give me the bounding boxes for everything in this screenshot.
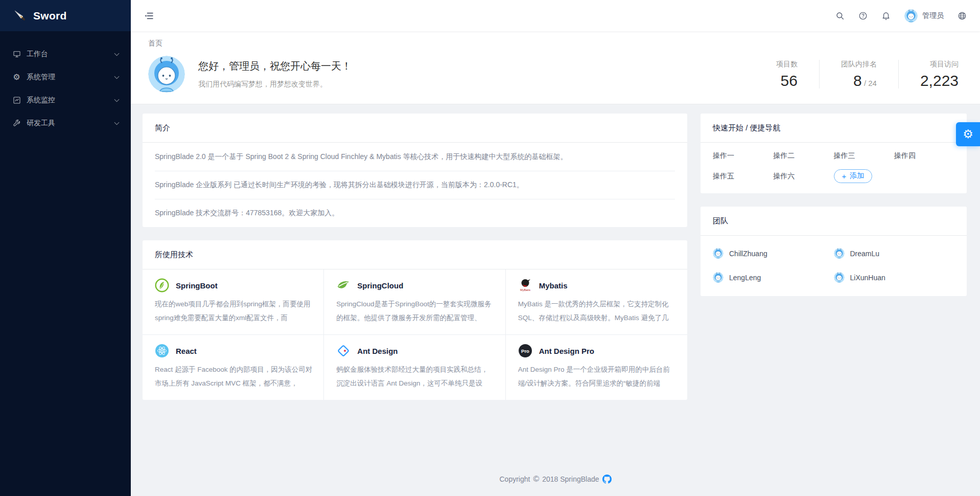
copyright-icon: © [533, 475, 539, 484]
quick-start-title: 快速开始 / 便捷导航 [701, 114, 967, 143]
springboot-icon [155, 278, 169, 292]
sidebar-menu: 工作台 ⚙ 系统管理 系统监控 研发工具 [0, 31, 131, 134]
tech-item-ant-design: Ant Design 蚂蚁金服体验技术部经过大量的项目实践和总结，沉淀出设计语言… [324, 335, 505, 400]
user-name: 管理员 [922, 11, 944, 20]
chevron-down-icon [114, 120, 120, 125]
stat-project-visits: 项目访问 2,223 [898, 60, 964, 88]
add-button[interactable]: + 添加 [834, 169, 873, 183]
sidebar-item-label: 研发工具 [27, 119, 55, 128]
team-members: ChillZhuang DreamLu LengLeng [701, 236, 967, 296]
team-member-lengleng[interactable]: LengLeng [713, 272, 834, 283]
stat-label: 项目访问 [920, 60, 959, 69]
welcome-texts: 您好，管理员，祝您开心每一天！ 我们用代码编写梦想，用梦想改变世界。 [198, 59, 352, 89]
tech-desc: 蚂蚁金服体验技术部经过大量的项目实践和总结，沉淀出设计语言 Ant Design… [336, 363, 494, 390]
language-icon[interactable] [958, 11, 967, 20]
tech-name: Ant Design [357, 347, 398, 355]
topbar: 管理员 [131, 0, 980, 31]
stat-value: 8 [853, 72, 862, 89]
tech-name: React [176, 347, 197, 355]
tech-item-mybatis: MyBatis Mybatis MyBatis 是一款优秀的持久层框架，它支持定… [506, 269, 687, 335]
quick-link-2[interactable]: 操作二 [773, 151, 833, 161]
github-icon[interactable] [602, 475, 612, 484]
tech-grid: SpringBoot 现在的web项目几乎都会用到spring框架，而要使用sp… [143, 269, 687, 400]
menu-fold-icon[interactable] [144, 11, 154, 21]
tech-desc: React 起源于 Facebook 的内部项目，因为该公司对市场上所有 Jav… [155, 363, 312, 390]
tech-card-title: 所使用技术 [143, 240, 687, 269]
right-column: 快速开始 / 便捷导航 操作一 操作二 操作三 操作四 操作五 操作六 + [701, 114, 967, 296]
member-avatar [834, 272, 845, 283]
footer-copyright-text: Copyright [499, 475, 530, 483]
page-content: 首页 您好，管理员，祝您开心每一天！ 我们用代码编写梦想，用梦想改变世界。 项目… [131, 31, 980, 496]
member-avatar [834, 248, 845, 259]
welcome-section: 首页 您好，管理员，祝您开心每一天！ 我们用代码编写梦想，用梦想改变世界。 项目… [131, 31, 980, 104]
add-button-label: 添加 [850, 171, 864, 181]
quick-start-card: 快速开始 / 便捷导航 操作一 操作二 操作三 操作四 操作五 操作六 + [701, 114, 967, 193]
quick-link-3[interactable]: 操作三 [834, 151, 894, 161]
quick-link-6[interactable]: 操作六 [773, 172, 833, 181]
chevron-down-icon [114, 74, 120, 79]
main-area: 管理员 首页 您好，管理员，祝您开心每一天！ 我们用代码编写梦想，用梦想改变世界… [131, 0, 980, 496]
gear-icon: ⚙ [963, 128, 973, 140]
chevron-down-icon [114, 97, 120, 102]
sidebar-item-system-admin[interactable]: ⚙ 系统管理 [0, 65, 131, 88]
help-icon[interactable] [858, 11, 868, 20]
member-avatar [713, 272, 724, 283]
chevron-down-icon [114, 51, 120, 56]
tech-card: 所使用技术 SpringBoot 现在的web项目几乎都会用到spring框架，… [143, 240, 687, 400]
team-member-lixunhuan[interactable]: LiXunHuan [834, 272, 955, 283]
tech-desc: Ant Design Pro 是一个企业级开箱即用的中后台前端/设计解决方案。符… [518, 363, 676, 390]
stat-team-rank: 团队内排名 8 / 24 [819, 60, 898, 88]
sword-logo-icon [13, 9, 27, 22]
sidebar-item-system-monitor[interactable]: 系统监控 [0, 88, 131, 111]
tech-name: SpringBoot [176, 281, 218, 290]
tech-desc: 现在的web项目几乎都会用到spring框架，而要使用spring难免需要配置大… [155, 297, 312, 325]
intro-card: 简介 SpringBlade 2.0 是一个基于 Spring Boot 2 &… [143, 114, 687, 227]
member-name: ChillZhuang [729, 250, 767, 258]
svg-text:Pro: Pro [521, 348, 529, 354]
search-icon[interactable] [835, 11, 845, 20]
app-title: Sword [33, 10, 67, 22]
stat-value: 2,223 [920, 72, 959, 89]
tech-desc: MyBatis 是一款优秀的持久层框架，它支持定制化 SQL、存储过程以及高级映… [518, 297, 676, 325]
quick-link-5[interactable]: 操作五 [713, 172, 773, 181]
footer: Copyright © 2018 SpringBlade [131, 466, 980, 496]
sidebar-item-workbench[interactable]: 工作台 [0, 42, 131, 65]
sidebar-item-dev-tools[interactable]: 研发工具 [0, 111, 131, 134]
quick-links: 操作一 操作二 操作三 操作四 操作五 操作六 + 添加 [713, 151, 954, 183]
mybatis-icon: MyBatis [518, 278, 532, 292]
sidebar-item-label: 系统监控 [27, 96, 55, 105]
stat-projects: 项目数 56 [755, 60, 819, 88]
ant-design-pro-icon: Pro [518, 344, 532, 358]
member-name: DreamLu [850, 250, 880, 258]
footer-brand: 2018 SpringBlade [542, 475, 599, 483]
svg-text:MyBatis: MyBatis [520, 288, 530, 291]
tech-name: Mybatis [539, 281, 568, 290]
sidebar-item-label: 工作台 [27, 50, 48, 59]
gear-icon: ⚙ [12, 73, 21, 81]
app-logo[interactable]: Sword [0, 0, 131, 31]
monitor-chart-icon [12, 96, 21, 104]
member-avatar [713, 248, 724, 259]
breadcrumb[interactable]: 首页 [148, 39, 162, 48]
team-card-title: 团队 [701, 207, 967, 236]
springcloud-icon [336, 278, 351, 292]
stats: 项目数 56 团队内排名 8 / 24 项目访问 2,223 [755, 60, 964, 88]
team-member-dreamlu[interactable]: DreamLu [834, 248, 955, 259]
plus-icon: + [842, 172, 847, 180]
team-card: 团队 ChillZhuang DreamLu [701, 207, 967, 296]
quick-link-1[interactable]: 操作一 [713, 151, 773, 161]
tech-item-ant-design-pro: Pro Ant Design Pro Ant Design Pro 是一个企业级… [506, 335, 687, 400]
intro-paragraph: SpringBlade 技术交流群号：477853168。欢迎大家加入。 [155, 199, 675, 227]
tech-item-react: React React 起源于 Facebook 的内部项目，因为该公司对市场上… [143, 335, 324, 400]
theme-settings-button[interactable]: ⚙ [956, 122, 980, 146]
user-menu[interactable]: 管理员 [904, 9, 944, 22]
welcome-subtitle: 我们用代码编写梦想，用梦想改变世界。 [198, 80, 352, 89]
quick-link-4[interactable]: 操作四 [894, 151, 954, 161]
bell-icon[interactable] [881, 11, 891, 20]
tech-item-springboot: SpringBoot 现在的web项目几乎都会用到spring框架，而要使用sp… [143, 269, 324, 335]
stat-label: 团队内排名 [841, 60, 877, 69]
member-name: LiXunHuan [850, 274, 885, 282]
tech-name: Ant Design Pro [539, 347, 594, 355]
team-member-chillzhuang[interactable]: ChillZhuang [713, 248, 834, 259]
sidebar-item-label: 系统管理 [27, 73, 55, 82]
